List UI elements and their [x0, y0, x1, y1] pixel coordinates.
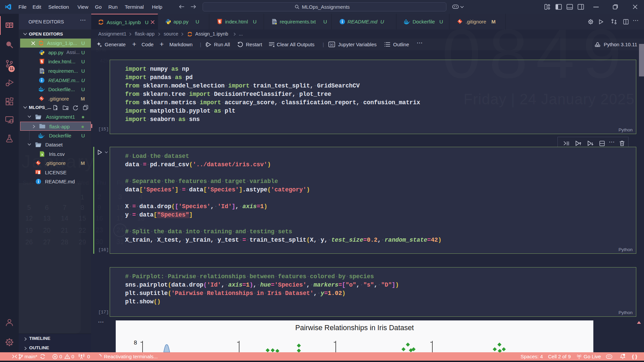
svg-text:(x): (x) [330, 43, 334, 46]
